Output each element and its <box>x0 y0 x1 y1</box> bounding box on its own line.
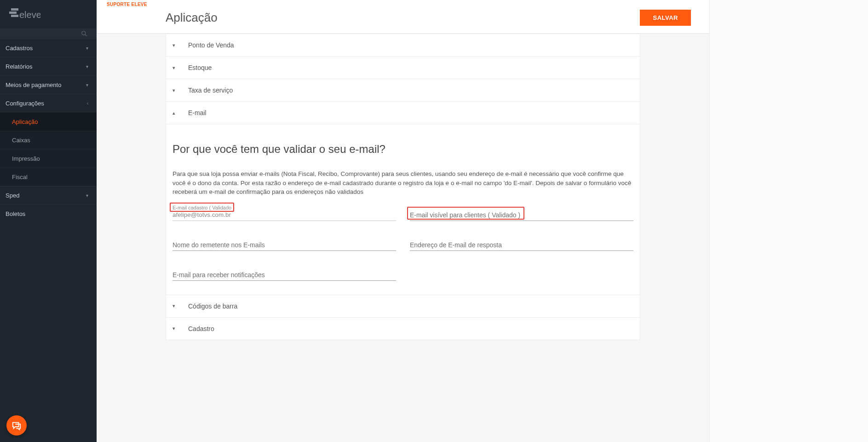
sidebar-item-label: Configurações <box>6 100 44 107</box>
field-label: E-mail cadastro ( Validado ) <box>172 205 235 210</box>
accordion-ponto-de-venda: ▾ Ponto de Venda <box>166 34 640 57</box>
sidebar-item-meios-pagamento[interactable]: Meios de pagamento ▾ <box>0 76 97 94</box>
chevron-up-icon: ▴ <box>172 110 178 116</box>
accordion-header[interactable]: ▾ Cadastro <box>166 318 640 340</box>
sidebar-item-configuracoes[interactable]: Configurações ‹ <box>0 94 97 112</box>
sidebar-item-label: Caixas <box>12 137 30 144</box>
accordion-codigos-barra: ▾ Códigos de barra <box>166 295 640 318</box>
accordion-label: Cadastro <box>188 325 214 332</box>
field-nome-remetente[interactable]: Nome do remetente nos E-mails <box>172 235 396 251</box>
sidebar: eleve Cadastros ▾ Relatórios ▾ Meios de … <box>0 0 97 442</box>
chevron-down-icon: ▾ <box>86 193 88 198</box>
accordion-header[interactable]: ▾ Estoque <box>166 57 640 79</box>
sidebar-item-label: Cadastros <box>6 45 33 52</box>
accordion-label: Taxa de serviço <box>188 87 233 94</box>
email-section-heading: Por que você tem que validar o seu e-mai… <box>172 143 633 156</box>
page-header: Aplicação SALVAR <box>97 7 709 34</box>
page-title: Aplicação <box>166 11 218 25</box>
chevron-down-icon: ▾ <box>172 303 178 309</box>
accordion-label: Ponto de Venda <box>188 41 234 49</box>
svg-point-3 <box>82 31 86 35</box>
sidebar-item-label: Boletos <box>6 210 25 217</box>
chevron-down-icon: ▾ <box>86 82 88 87</box>
sidebar-sub-caixas[interactable]: Caixas <box>0 131 97 149</box>
accordion-header[interactable]: ▾ Taxa de serviço <box>166 79 640 101</box>
logo-icon: eleve <box>9 6 40 23</box>
chevron-down-icon: ▾ <box>172 326 178 332</box>
field-email-visivel[interactable]: E-mail visível para clientes ( Validado … <box>410 205 633 221</box>
sidebar-item-cadastros[interactable]: Cadastros ▾ <box>0 39 97 57</box>
search-icon <box>81 30 87 37</box>
sidebar-item-label: Aplicação <box>12 118 38 125</box>
sidebar-sub-impressao[interactable]: Impressão <box>0 149 97 168</box>
sidebar-item-label: Fiscal <box>12 174 28 180</box>
accordion-label: Códigos de barra <box>188 302 237 310</box>
email-form-grid: E-mail cadastro ( Validado ) afelipe@tot… <box>172 205 633 281</box>
sidebar-sub-aplicacao[interactable]: Aplicação <box>0 112 97 131</box>
field-value: afelipe@totvs.com.br <box>172 211 396 221</box>
accordion-taxa-servico: ▾ Taxa de serviço <box>166 79 640 102</box>
chevron-down-icon: ▾ <box>86 46 88 51</box>
accordion-estoque: ▾ Estoque <box>166 57 640 79</box>
main: SUPORTE ELEVE Aplicação SALVAR ▾ Ponto d… <box>97 0 709 442</box>
svg-line-4 <box>85 35 87 36</box>
content-scroll[interactable]: ▾ Ponto de Venda ▾ Estoque ▾ Taxa de ser… <box>97 34 709 442</box>
chevron-left-icon: ‹ <box>87 101 88 106</box>
chat-fab[interactable] <box>6 415 27 436</box>
svg-marker-1 <box>9 12 17 14</box>
accordion-header[interactable]: ▴ E-mail <box>166 102 640 124</box>
accordion-email: ▴ E-mail Por que você tem que validar o … <box>166 102 640 295</box>
save-button[interactable]: SALVAR <box>640 10 691 26</box>
sidebar-item-relatorios[interactable]: Relatórios ▾ <box>0 57 97 76</box>
accordion-label: E-mail <box>188 109 207 116</box>
chevron-down-icon: ▾ <box>172 42 178 48</box>
sidebar-sub-fiscal[interactable]: Fiscal <box>0 168 97 186</box>
svg-marker-2 <box>11 15 18 17</box>
content: ▾ Ponto de Venda ▾ Estoque ▾ Taxa de ser… <box>97 34 709 340</box>
logo-text: eleve <box>19 10 40 20</box>
sidebar-item-boletos[interactable]: Boletos <box>0 204 97 223</box>
sidebar-item-label: Relatórios <box>6 63 33 70</box>
accordion-header[interactable]: ▾ Códigos de barra <box>166 295 640 317</box>
chevron-down-icon: ▾ <box>86 64 88 69</box>
logo: eleve <box>0 0 97 29</box>
svg-marker-0 <box>11 8 18 11</box>
accordion-header[interactable]: ▾ Ponto de Venda <box>166 34 640 56</box>
sidebar-item-label: Sped <box>6 192 19 199</box>
accordion-label: Estoque <box>188 64 212 71</box>
breadcrumb[interactable]: SUPORTE ELEVE <box>97 0 709 7</box>
chevron-down-icon: ▾ <box>172 87 178 93</box>
email-section-paragraph: Para que sua loja possa enviar e-mails (… <box>172 169 633 197</box>
field-email-cadastro: E-mail cadastro ( Validado ) afelipe@tot… <box>172 205 396 221</box>
accordion-cadastro: ▾ Cadastro <box>166 318 640 340</box>
sidebar-item-sped[interactable]: Sped ▾ <box>0 186 97 204</box>
right-gutter <box>709 0 868 442</box>
chat-icon <box>11 420 22 430</box>
sidebar-item-label: Meios de pagamento <box>6 81 61 88</box>
field-endereco-resposta[interactable]: Endereço de E-mail de resposta <box>410 235 633 251</box>
chevron-down-icon: ▾ <box>172 65 178 71</box>
sidebar-item-label: Impressão <box>12 155 40 162</box>
field-email-notificacoes[interactable]: E-mail para receber notificações <box>172 265 396 281</box>
email-section: Por que você tem que validar o seu e-mai… <box>166 124 640 295</box>
sidebar-search[interactable] <box>0 29 97 39</box>
